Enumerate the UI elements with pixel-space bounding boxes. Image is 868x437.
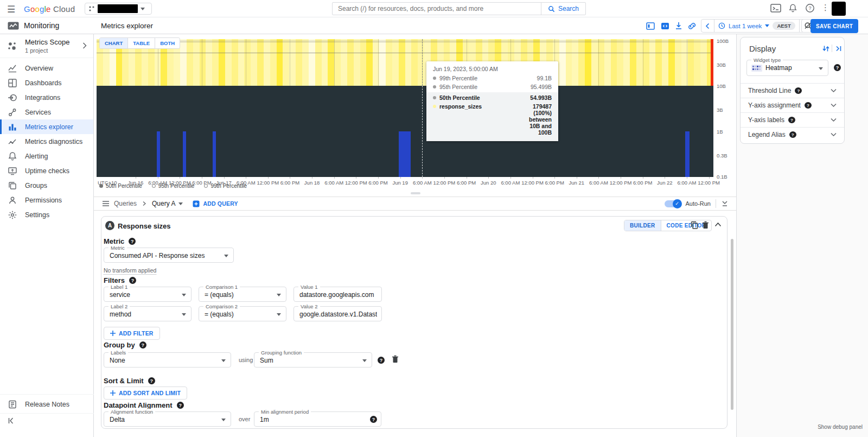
delete-group-by-icon[interactable]	[392, 355, 399, 363]
alignment-help-icon[interactable]: ?	[177, 402, 184, 409]
collapse-query-icon[interactable]	[714, 222, 722, 227]
help-icon[interactable]: ?	[805, 102, 812, 109]
legend-item[interactable]: 50th Percentile	[99, 183, 142, 189]
x-tick-mark	[554, 177, 555, 179]
sidebar-item-overview[interactable]: Overview	[0, 61, 93, 75]
search-button[interactable]: Search	[541, 3, 585, 15]
filters-help-icon[interactable]: ?	[129, 277, 136, 284]
legend-item[interactable]: 95th Percentile	[152, 183, 195, 189]
uptime-checks-icon	[8, 166, 17, 176]
search-input[interactable]	[333, 5, 541, 12]
auto-run-toggle[interactable]: ✓	[665, 200, 681, 207]
add-query-button[interactable]: ADD QUERY	[193, 200, 238, 207]
download-icon[interactable]	[674, 21, 683, 30]
delete-query-icon[interactable]	[702, 221, 709, 229]
filter-comparison-2-dropdown[interactable]: Comparison 2 = (equals)	[199, 306, 286, 321]
help-icon[interactable]: ?	[795, 87, 802, 94]
sidebar-item-settings[interactable]: Settings	[0, 207, 93, 222]
display-section-threshold-line[interactable]: Threshold Line?	[741, 83, 844, 98]
display-section-label: Legend Alias	[748, 131, 786, 138]
sidebar-item-metrics-explorer[interactable]: Metrics explorer	[0, 119, 93, 134]
cloud-shell-icon[interactable]	[770, 3, 781, 13]
min-alignment-period-input[interactable]: Min alignment period 1m ?	[254, 411, 381, 427]
release-notes-icon	[8, 400, 17, 409]
x-tick-mark	[444, 177, 445, 179]
sort-limit-help-icon[interactable]: ?	[148, 377, 155, 384]
widget-type-dropdown[interactable]: Widget type Heatmap	[746, 60, 828, 76]
sidebar-item-groups[interactable]: Groups	[0, 178, 93, 193]
display-section-legend-alias[interactable]: Legend Alias?	[741, 127, 844, 142]
chart-view-icon[interactable]	[646, 22, 655, 30]
metric-help-icon[interactable]: ?	[129, 238, 136, 245]
sidebar-item-integrations[interactable]: Integrations	[0, 90, 93, 105]
sidebar-item-release-notes[interactable]: Release Notes	[0, 397, 94, 411]
collapse-all-icon[interactable]	[721, 200, 729, 207]
chevron-down-icon	[141, 8, 145, 10]
heatmap-plot[interactable]: Jun 19, 2023, 5:00:00 AM 99th Percentile…	[97, 39, 713, 177]
filter-label-2-dropdown[interactable]: Label 2 method	[104, 306, 192, 321]
no-transform-note[interactable]: No transform applied	[104, 267, 156, 275]
min-period-help-icon[interactable]: ?	[370, 416, 377, 423]
save-chart-button[interactable]: SAVE CHART	[810, 19, 858, 33]
share-link-icon[interactable]	[687, 22, 697, 30]
queries-menu-icon[interactable]	[102, 200, 110, 207]
metrics-scope-header[interactable]: Metrics Scope 1 project	[0, 34, 93, 58]
sidebar-item-alerting[interactable]: Alerting	[0, 149, 93, 163]
tab-chart[interactable]: CHART	[100, 38, 127, 48]
logo-google-text: Google	[24, 4, 51, 14]
sidebar-item-permissions[interactable]: Permissions	[0, 193, 93, 207]
grouping-help-icon[interactable]: ?	[378, 357, 385, 364]
queries-menu-label[interactable]: Queries	[114, 200, 137, 207]
sidebar-item-metrics-diagnostics[interactable]: Metrics diagnostics	[0, 134, 93, 149]
groups-icon	[8, 181, 17, 191]
heatmap-cell	[354, 39, 360, 86]
help-icon[interactable]: ?	[789, 131, 796, 138]
filter-label-1-dropdown[interactable]: Label 1 service	[104, 287, 192, 302]
sidebar-item-services[interactable]: Services	[0, 105, 93, 119]
content-scrollbar[interactable]	[731, 239, 733, 410]
tab-both[interactable]: BOTH	[155, 38, 180, 48]
duplicate-query-icon[interactable]	[691, 221, 698, 229]
notifications-bell-icon[interactable]	[788, 3, 797, 13]
add-sort-limit-button[interactable]: ADD SORT AND LIMIT	[104, 387, 187, 400]
filter-comparison-1-dropdown[interactable]: Comparison 1 = (equals)	[199, 287, 286, 302]
add-filter-button[interactable]: ADD FILTER	[104, 327, 160, 340]
sidebar-item-dashboards[interactable]: Dashboards	[0, 75, 93, 90]
x-tick-label: 12:00 PM	[698, 180, 720, 186]
resize-handle[interactable]	[411, 192, 420, 194]
tab-table[interactable]: TABLE	[127, 38, 155, 48]
time-range-selector[interactable]: Last 1 week AEST	[714, 20, 799, 32]
alignment-function-dropdown[interactable]: Alignment function Delta	[104, 411, 231, 427]
more-options-icon[interactable]: ⋮	[821, 3, 829, 12]
heatmap-cell	[244, 39, 251, 86]
builder-tab[interactable]: BUILDER	[624, 220, 661, 231]
svg-text:?: ?	[808, 5, 811, 11]
help-icon[interactable]: ?	[805, 3, 815, 13]
widget-type-help-icon[interactable]: ?	[834, 64, 841, 71]
filter-value-1-input[interactable]: Value 1 datastore.googleapis.com	[293, 287, 382, 302]
collapse-sidebar-icon[interactable]	[7, 416, 15, 425]
integrations-icon	[8, 93, 17, 103]
help-icon[interactable]: ?	[788, 117, 795, 123]
display-section-y-axis-assignment[interactable]: Y-axis assignment?	[741, 98, 844, 112]
group-by-help-icon[interactable]: ?	[139, 341, 146, 349]
sidebar-item-uptime-checks[interactable]: Uptime checks	[0, 163, 93, 178]
project-selector[interactable]	[85, 3, 152, 15]
filter-value-2-input[interactable]: Value 2 google.datastore.v1.Datastore.Ru…	[293, 306, 382, 321]
close-panel-icon[interactable]	[835, 45, 843, 53]
query-selector[interactable]: Query A	[152, 200, 183, 207]
hamburger-menu-icon[interactable]: ☰	[7, 4, 15, 15]
swap-vertical-icon[interactable]	[822, 45, 830, 53]
x-tick-label: 6:00 PM	[280, 180, 299, 186]
grouping-function-dropdown[interactable]: Grouping function Sum	[254, 352, 372, 368]
metric-dropdown[interactable]: Metric Consumed API - Response sizes	[104, 248, 234, 263]
legend-item[interactable]: 99th Percentile	[204, 183, 247, 189]
display-section-y-axis-labels[interactable]: Y-axis labels?	[741, 112, 844, 127]
time-range-prev-button[interactable]	[701, 20, 714, 32]
code-view-icon[interactable]	[661, 22, 669, 30]
app-name[interactable]: Monitoring	[24, 21, 59, 30]
chevron-down-icon	[765, 24, 769, 27]
show-debug-link[interactable]: Show debug panel	[818, 424, 863, 430]
group-by-labels-dropdown[interactable]: Labels None	[104, 352, 231, 368]
avatar[interactable]	[832, 2, 846, 16]
